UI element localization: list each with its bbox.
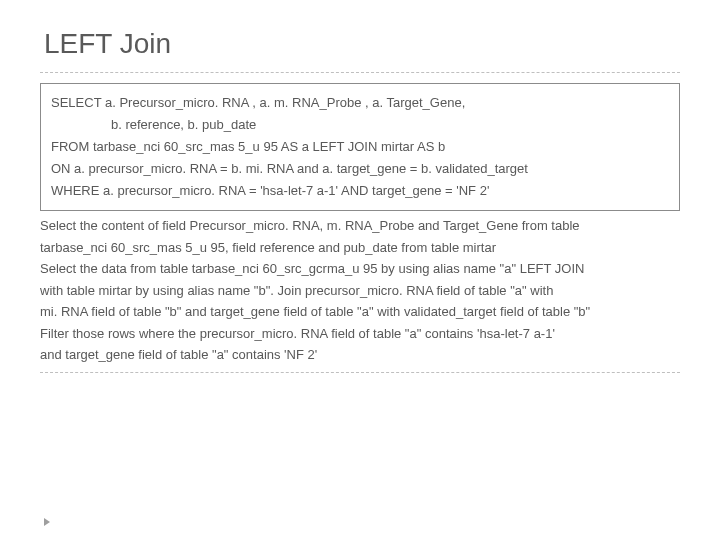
triangle-marker-icon	[44, 518, 50, 526]
exp-line-1: Select the content of field Precursor_mi…	[40, 215, 680, 236]
page-title: LEFT Join	[44, 28, 680, 60]
divider-bottom	[40, 372, 680, 373]
sql-code-box: SELECT a. Precursor_micro. RNA , a. m. R…	[40, 83, 680, 211]
exp-line-5: mi. RNA field of table "b" and target_ge…	[40, 301, 680, 322]
sql-where: WHERE a. precursor_micro. RNA = 'hsa-let…	[51, 180, 669, 202]
explanation-block: Select the content of field Precursor_mi…	[40, 215, 680, 365]
sql-on: ON a. precursor_micro. RNA = b. mi. RNA …	[51, 158, 669, 180]
sql-select: SELECT a. Precursor_micro. RNA , a. m. R…	[51, 92, 669, 114]
exp-line-2: tarbase_nci 60_src_mas 5_u 95, field ref…	[40, 237, 680, 258]
exp-line-6: Filter those rows where the precursor_mi…	[40, 323, 680, 344]
exp-line-3: Select the data from table tarbase_nci 6…	[40, 258, 680, 279]
exp-line-4: with table mirtar by using alias name "b…	[40, 280, 680, 301]
exp-line-7: and target_gene field of table "a" conta…	[40, 344, 680, 365]
sql-from: FROM tarbase_nci 60_src_mas 5_u 95 AS a …	[51, 136, 669, 158]
sql-select-cont: b. reference, b. pub_date	[51, 114, 669, 136]
divider-top	[40, 72, 680, 73]
